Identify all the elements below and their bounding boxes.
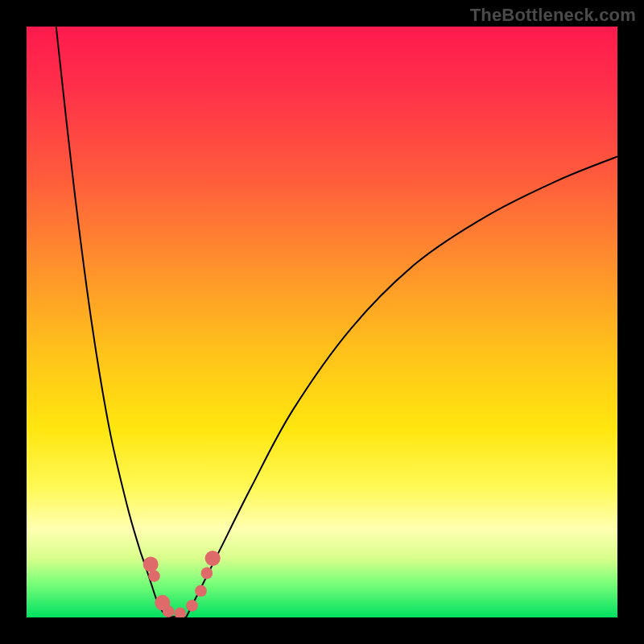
data-marker: [163, 605, 175, 617]
curve-right-branch: [186, 156, 617, 617]
data-marker: [143, 556, 159, 572]
chart-frame: TheBottleneck.com: [0, 0, 644, 644]
data-marker: [201, 568, 213, 580]
data-marker: [205, 551, 221, 566]
curve-group: [56, 27, 617, 617]
curve-left-branch: [56, 27, 168, 617]
bottleneck-curve-svg: [27, 27, 617, 617]
plot-area: [27, 27, 617, 617]
data-marker: [195, 585, 207, 597]
watermark-text: TheBottleneck.com: [470, 5, 636, 26]
markers-group: [143, 551, 221, 617]
data-marker: [186, 600, 198, 612]
data-marker: [148, 570, 160, 582]
data-marker: [175, 608, 187, 617]
